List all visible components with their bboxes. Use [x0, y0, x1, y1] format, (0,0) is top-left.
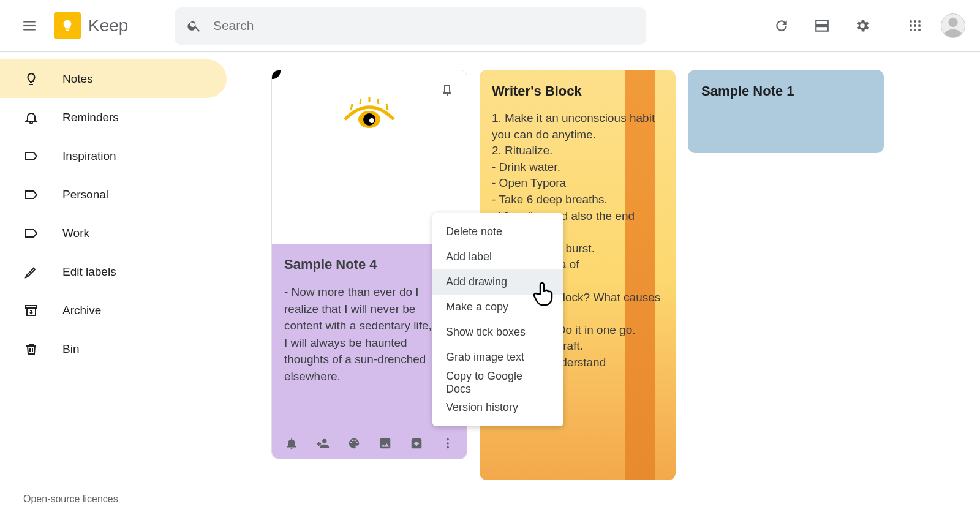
header-actions: [767, 11, 965, 40]
note-title: Sample Note 4: [284, 257, 454, 273]
svg-point-25: [447, 442, 449, 445]
logo-area[interactable]: Keep: [54, 12, 128, 39]
archive-icon: [23, 303, 39, 318]
check-icon: [271, 70, 277, 76]
context-menu-item-copy-to-google-docs[interactable]: Copy to Google Docs: [432, 370, 564, 395]
note-title: Writer's Block: [492, 83, 663, 99]
svg-point-26: [447, 446, 449, 449]
svg-point-10: [918, 24, 921, 27]
svg-point-14: [948, 18, 957, 27]
svg-line-16: [351, 104, 352, 110]
search-icon: [187, 18, 202, 34]
note-title: Sample Note 1: [701, 83, 870, 99]
context-menu-item-delete-note[interactable]: Delete note: [432, 219, 564, 244]
sidebar-item-label: Edit labels: [62, 265, 116, 279]
svg-point-7: [918, 20, 921, 23]
more-vertical-icon: [441, 437, 454, 450]
svg-rect-15: [26, 306, 37, 308]
person-add-icon: [316, 437, 330, 450]
bell-plus-icon: [285, 437, 298, 450]
note-context-menu: Delete noteAdd labelAdd drawingMake a co…: [432, 213, 564, 426]
label-icon: [23, 226, 39, 241]
pin-icon: [440, 83, 454, 97]
add-image-button[interactable]: [378, 436, 392, 451]
svg-point-11: [910, 29, 912, 31]
note-card-sample-note-1[interactable]: Sample Note 1: [688, 70, 884, 153]
svg-rect-3: [816, 20, 828, 25]
trash-icon: [23, 342, 39, 356]
svg-line-19: [378, 99, 379, 104]
apps-grid-icon: [908, 18, 922, 33]
pencil-icon: [23, 265, 39, 279]
sidebar-item-personal[interactable]: Personal: [0, 175, 227, 214]
search-input[interactable]: [213, 18, 635, 33]
sidebar-item-label: Reminders: [62, 111, 119, 124]
image-icon: [379, 437, 392, 450]
sidebar-item-label: Archive: [62, 304, 101, 317]
sidebar-item-label: Notes: [62, 72, 93, 86]
settings-button[interactable]: [848, 11, 877, 40]
refresh-button[interactable]: [767, 11, 796, 40]
search-bar[interactable]: [175, 7, 646, 45]
sidebar-item-work[interactable]: Work: [0, 214, 227, 252]
remind-me-button[interactable]: [284, 436, 298, 451]
palette-icon: [347, 437, 361, 450]
svg-point-23: [369, 118, 374, 123]
keep-logo-icon: [54, 12, 81, 39]
sidebar-item-bin[interactable]: Bin: [0, 329, 227, 368]
svg-point-12: [914, 29, 916, 31]
app-title: Keep: [88, 16, 128, 36]
svg-point-9: [914, 24, 916, 27]
main-menu-button[interactable]: [15, 11, 44, 40]
svg-line-20: [386, 104, 388, 110]
note-toolbar: [272, 428, 467, 459]
context-menu-item-version-history[interactable]: Version history: [432, 395, 564, 420]
sidebar-item-label: Personal: [62, 188, 108, 201]
account-avatar[interactable]: [941, 13, 965, 38]
open-source-licences-link[interactable]: Open-source licences: [23, 494, 118, 505]
sidebar-item-label: Bin: [62, 342, 79, 356]
eye-drawing-icon: [339, 95, 400, 132]
svg-point-6: [914, 20, 916, 23]
notes-canvas: Sample Note 4 - Now more than ever do I …: [271, 70, 968, 523]
context-menu-item-add-label[interactable]: Add label: [432, 244, 564, 269]
refresh-icon: [774, 18, 790, 34]
gear-icon: [854, 18, 870, 34]
svg-point-13: [918, 29, 921, 31]
archive-icon: [410, 437, 423, 450]
background-options-button[interactable]: [347, 436, 361, 451]
sidebar-item-label: Work: [62, 227, 89, 240]
list-view-icon: [814, 18, 830, 34]
svg-point-5: [910, 20, 912, 23]
svg-point-8: [910, 24, 912, 27]
svg-point-24: [447, 438, 449, 441]
bell-icon: [23, 110, 39, 125]
sidebar: NotesRemindersInspirationPersonalWorkEdi…: [0, 52, 227, 523]
sidebar-item-label: Inspiration: [62, 149, 116, 163]
context-menu-item-grab-image-text[interactable]: Grab image text: [432, 345, 564, 370]
svg-line-17: [360, 99, 361, 104]
context-menu-item-make-a-copy[interactable]: Make a copy: [432, 295, 564, 320]
avatar-icon: [941, 13, 965, 38]
app-header: Keep: [0, 0, 980, 52]
archive-button[interactable]: [409, 436, 423, 451]
sidebar-item-edit-labels[interactable]: Edit labels: [0, 252, 227, 291]
note-text: - Now more than ever do I realize that I…: [284, 284, 454, 385]
more-options-button[interactable]: [440, 436, 454, 451]
label-icon: [23, 187, 39, 202]
svg-rect-4: [816, 26, 828, 31]
list-view-button[interactable]: [807, 11, 837, 40]
label-icon: [23, 149, 39, 164]
hamburger-icon: [21, 18, 37, 34]
sidebar-item-reminders[interactable]: Reminders: [0, 98, 227, 137]
pin-button[interactable]: [436, 79, 458, 101]
sidebar-item-inspiration[interactable]: Inspiration: [0, 137, 227, 175]
sidebar-item-notes[interactable]: Notes: [0, 59, 227, 98]
context-menu-item-show-tick-boxes[interactable]: Show tick boxes: [432, 320, 564, 345]
google-apps-button[interactable]: [900, 11, 930, 40]
collaborator-button[interactable]: [315, 436, 330, 451]
lightbulb-icon: [23, 72, 39, 86]
context-menu-item-add-drawing[interactable]: Add drawing: [432, 269, 564, 295]
sidebar-item-archive[interactable]: Archive: [0, 291, 227, 329]
